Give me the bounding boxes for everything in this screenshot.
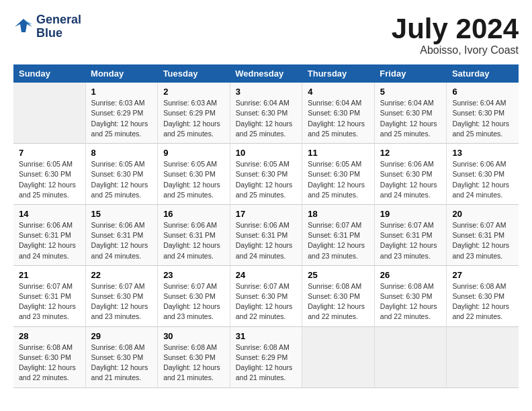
- day-number: 22: [91, 270, 152, 280]
- week-row-5: 28Sunrise: 6:08 AMSunset: 6:30 PMDayligh…: [13, 326, 519, 387]
- day-info: Sunrise: 6:06 AMSunset: 6:31 PMDaylight:…: [163, 220, 224, 261]
- col-header-friday: Friday: [374, 64, 447, 83]
- calendar-cell: 12Sunrise: 6:06 AMSunset: 6:30 PMDayligh…: [374, 144, 447, 205]
- logo-icon: [13, 17, 34, 36]
- calendar-cell: [302, 326, 375, 387]
- logo-text-line2: Blue: [36, 27, 81, 40]
- calendar-title-block: July 2024 Aboisso, Ivory Coast: [392, 13, 519, 56]
- day-info: Sunrise: 6:05 AMSunset: 6:30 PMDaylight:…: [308, 159, 369, 200]
- calendar-cell: 4Sunrise: 6:04 AMSunset: 6:30 PMDaylight…: [302, 83, 375, 143]
- day-info: Sunrise: 6:08 AMSunset: 6:30 PMDaylight:…: [308, 281, 369, 322]
- day-info: Sunrise: 6:07 AMSunset: 6:30 PMDaylight:…: [91, 281, 152, 322]
- day-number: 9: [163, 148, 224, 158]
- day-number: 24: [236, 270, 297, 280]
- week-row-2: 7Sunrise: 6:05 AMSunset: 6:30 PMDaylight…: [13, 144, 519, 205]
- day-number: 11: [308, 148, 369, 158]
- col-header-monday: Monday: [85, 64, 158, 83]
- calendar-header-row: SundayMondayTuesdayWednesdayThursdayFrid…: [13, 64, 519, 83]
- calendar-cell: 3Sunrise: 6:04 AMSunset: 6:30 PMDaylight…: [230, 83, 302, 143]
- day-info: Sunrise: 6:05 AMSunset: 6:30 PMDaylight:…: [236, 159, 297, 200]
- day-number: 2: [163, 87, 224, 97]
- day-number: 6: [452, 87, 513, 97]
- logo: General Blue: [13, 13, 81, 40]
- day-number: 27: [452, 270, 513, 280]
- day-info: Sunrise: 6:06 AMSunset: 6:30 PMDaylight:…: [380, 159, 441, 200]
- calendar-cell: 2Sunrise: 6:03 AMSunset: 6:29 PMDaylight…: [158, 83, 230, 143]
- calendar-cell: 16Sunrise: 6:06 AMSunset: 6:31 PMDayligh…: [158, 204, 230, 265]
- day-number: 30: [163, 331, 224, 341]
- col-header-wednesday: Wednesday: [230, 64, 302, 83]
- day-info: Sunrise: 6:07 AMSunset: 6:31 PMDaylight:…: [308, 220, 369, 261]
- calendar-cell: 30Sunrise: 6:08 AMSunset: 6:30 PMDayligh…: [158, 326, 230, 387]
- calendar-table: SundayMondayTuesdayWednesdayThursdayFrid…: [13, 64, 519, 387]
- calendar-cell: 1Sunrise: 6:03 AMSunset: 6:29 PMDaylight…: [85, 83, 158, 143]
- calendar-cell: 29Sunrise: 6:08 AMSunset: 6:30 PMDayligh…: [85, 326, 158, 387]
- day-info: Sunrise: 6:04 AMSunset: 6:30 PMDaylight:…: [236, 98, 297, 139]
- day-info: Sunrise: 6:06 AMSunset: 6:31 PMDaylight:…: [91, 220, 152, 261]
- day-info: Sunrise: 6:03 AMSunset: 6:29 PMDaylight:…: [163, 98, 224, 139]
- day-number: 26: [380, 270, 441, 280]
- calendar-cell: 8Sunrise: 6:05 AMSunset: 6:30 PMDaylight…: [85, 144, 158, 205]
- logo-text-line1: General: [36, 13, 81, 27]
- calendar-cell: 24Sunrise: 6:07 AMSunset: 6:30 PMDayligh…: [230, 265, 302, 326]
- calendar-cell: 5Sunrise: 6:04 AMSunset: 6:30 PMDaylight…: [374, 83, 447, 143]
- day-info: Sunrise: 6:07 AMSunset: 6:31 PMDaylight:…: [19, 281, 80, 322]
- day-number: 12: [380, 148, 441, 158]
- day-info: Sunrise: 6:04 AMSunset: 6:30 PMDaylight:…: [380, 98, 441, 139]
- day-number: 13: [452, 148, 513, 158]
- calendar-cell: 27Sunrise: 6:08 AMSunset: 6:30 PMDayligh…: [447, 265, 519, 326]
- calendar-cell: 7Sunrise: 6:05 AMSunset: 6:30 PMDaylight…: [13, 144, 85, 205]
- day-info: Sunrise: 6:08 AMSunset: 6:30 PMDaylight:…: [452, 281, 513, 322]
- day-number: 7: [19, 148, 80, 158]
- calendar-cell: 28Sunrise: 6:08 AMSunset: 6:30 PMDayligh…: [13, 326, 85, 387]
- calendar-cell: 10Sunrise: 6:05 AMSunset: 6:30 PMDayligh…: [230, 144, 302, 205]
- day-number: 28: [19, 331, 80, 341]
- day-info: Sunrise: 6:06 AMSunset: 6:31 PMDaylight:…: [236, 220, 297, 261]
- calendar-cell: 31Sunrise: 6:08 AMSunset: 6:29 PMDayligh…: [230, 326, 302, 387]
- day-number: 29: [91, 331, 152, 341]
- day-info: Sunrise: 6:05 AMSunset: 6:30 PMDaylight:…: [91, 159, 152, 200]
- calendar-cell: 18Sunrise: 6:07 AMSunset: 6:31 PMDayligh…: [302, 204, 375, 265]
- week-row-3: 14Sunrise: 6:06 AMSunset: 6:31 PMDayligh…: [13, 204, 519, 265]
- calendar-title: July 2024: [392, 13, 519, 44]
- calendar-cell: [374, 326, 447, 387]
- day-info: Sunrise: 6:07 AMSunset: 6:31 PMDaylight:…: [380, 220, 441, 261]
- day-info: Sunrise: 6:04 AMSunset: 6:30 PMDaylight:…: [308, 98, 369, 139]
- day-info: Sunrise: 6:05 AMSunset: 6:30 PMDaylight:…: [163, 159, 224, 200]
- col-header-tuesday: Tuesday: [158, 64, 230, 83]
- day-number: 5: [380, 87, 441, 97]
- day-number: 4: [308, 87, 369, 97]
- calendar-cell: 9Sunrise: 6:05 AMSunset: 6:30 PMDaylight…: [158, 144, 230, 205]
- calendar-cell: 19Sunrise: 6:07 AMSunset: 6:31 PMDayligh…: [374, 204, 447, 265]
- calendar-cell: [447, 326, 519, 387]
- day-number: 23: [163, 270, 224, 280]
- day-number: 3: [236, 87, 297, 97]
- day-info: Sunrise: 6:08 AMSunset: 6:30 PMDaylight:…: [163, 342, 224, 383]
- day-number: 20: [452, 209, 513, 219]
- day-info: Sunrise: 6:05 AMSunset: 6:30 PMDaylight:…: [19, 159, 80, 200]
- col-header-thursday: Thursday: [302, 64, 375, 83]
- day-number: 31: [236, 331, 297, 341]
- day-number: 17: [236, 209, 297, 219]
- calendar-cell: 13Sunrise: 6:06 AMSunset: 6:30 PMDayligh…: [447, 144, 519, 205]
- day-number: 8: [91, 148, 152, 158]
- svg-marker-0: [15, 19, 32, 32]
- day-info: Sunrise: 6:06 AMSunset: 6:31 PMDaylight:…: [19, 220, 80, 261]
- col-header-sunday: Sunday: [13, 64, 85, 83]
- day-info: Sunrise: 6:08 AMSunset: 6:30 PMDaylight:…: [380, 281, 441, 322]
- day-number: 16: [163, 209, 224, 219]
- calendar-cell: 6Sunrise: 6:04 AMSunset: 6:30 PMDaylight…: [447, 83, 519, 143]
- day-info: Sunrise: 6:07 AMSunset: 6:30 PMDaylight:…: [236, 281, 297, 322]
- week-row-1: 1Sunrise: 6:03 AMSunset: 6:29 PMDaylight…: [13, 83, 519, 143]
- calendar-subtitle: Aboisso, Ivory Coast: [392, 44, 519, 56]
- calendar-cell: 25Sunrise: 6:08 AMSunset: 6:30 PMDayligh…: [302, 265, 375, 326]
- week-row-4: 21Sunrise: 6:07 AMSunset: 6:31 PMDayligh…: [13, 265, 519, 326]
- calendar-cell: 14Sunrise: 6:06 AMSunset: 6:31 PMDayligh…: [13, 204, 85, 265]
- calendar-cell: [13, 83, 85, 143]
- calendar-cell: 23Sunrise: 6:07 AMSunset: 6:30 PMDayligh…: [158, 265, 230, 326]
- day-info: Sunrise: 6:08 AMSunset: 6:30 PMDaylight:…: [19, 342, 80, 383]
- day-number: 10: [236, 148, 297, 158]
- day-info: Sunrise: 6:06 AMSunset: 6:30 PMDaylight:…: [452, 159, 513, 200]
- day-info: Sunrise: 6:08 AMSunset: 6:29 PMDaylight:…: [236, 342, 297, 383]
- day-number: 15: [91, 209, 152, 219]
